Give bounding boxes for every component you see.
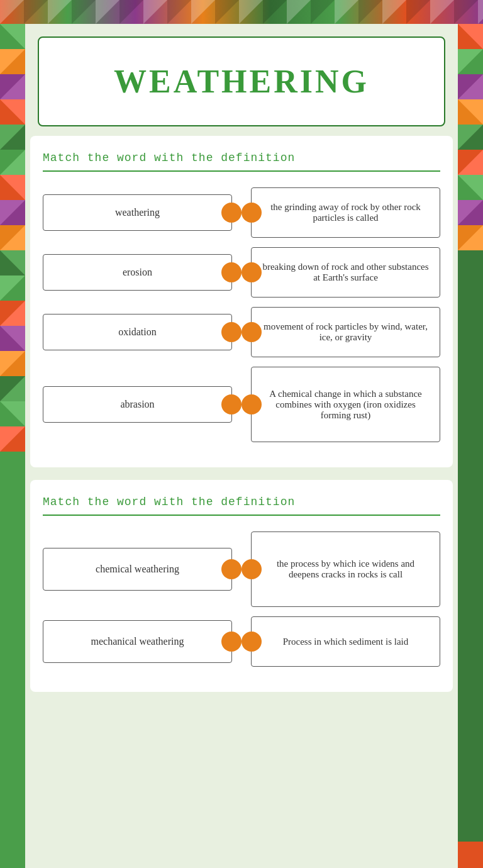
word-box-2[interactable]: erosion (43, 254, 232, 291)
match-row-4: abrasion A chemical change in which a su… (43, 367, 440, 442)
top-border (0, 0, 483, 24)
left-border-svg (0, 24, 25, 868)
word-box-4[interactable]: abrasion (43, 386, 232, 423)
match-row-3: oxidation movement of rock particles by … (43, 307, 440, 357)
title-card: WEATHERING (38, 36, 445, 126)
def-label-2: breaking down of rock and other substanc… (261, 262, 430, 283)
word-box-container-3: oxidation (43, 314, 232, 350)
svg-marker-10 (239, 0, 263, 24)
svg-marker-14 (335, 0, 358, 24)
word-box-3[interactable]: oxidation (43, 314, 232, 350)
word-label-s2-1: chemical weathering (96, 564, 179, 575)
connector-dot-left-1 (242, 203, 262, 223)
top-border-triangles (0, 0, 483, 24)
connector-dot-right-3 (221, 322, 242, 342)
svg-marker-15 (358, 0, 382, 24)
connector-dot-left-4 (242, 394, 262, 415)
connector-dot-right-s2-1 (221, 559, 242, 579)
connector-dot-left-2 (242, 262, 262, 282)
def-box-2[interactable]: breaking down of rock and other substanc… (251, 247, 440, 298)
def-label-1: the grinding away of rock by other rock … (261, 202, 430, 223)
svg-marker-16 (382, 0, 406, 24)
word-box-container-2: erosion (43, 254, 232, 291)
def-box-s2-2[interactable]: Process in which sediment is laid (251, 616, 440, 667)
svg-marker-3 (72, 0, 96, 24)
connector-dot-right-4 (221, 394, 242, 415)
word-label-1: weathering (115, 207, 160, 218)
main-content: WEATHERING Match the word with the defin… (25, 36, 458, 868)
section-2-heading: Match the word with the definition (43, 496, 440, 508)
svg-marker-9 (215, 0, 239, 24)
section-2: Match the word with the definition chemi… (30, 480, 453, 692)
word-label-s2-2: mechanical weathering (91, 636, 184, 647)
def-box-container-s2-1: the process by which ice widens and deep… (251, 531, 440, 607)
svg-marker-8 (191, 0, 215, 24)
def-box-container-3: movement of rock particles by wind, wate… (251, 307, 440, 357)
svg-marker-6 (143, 0, 167, 24)
word-label-4: abrasion (120, 399, 154, 410)
def-box-3[interactable]: movement of rock particles by wind, wate… (251, 307, 440, 357)
word-box-s2-1[interactable]: chemical weathering (43, 548, 232, 591)
svg-marker-1 (24, 0, 48, 24)
connector-dot-right-s2-2 (221, 632, 242, 652)
svg-marker-20 (478, 0, 483, 24)
svg-marker-19 (454, 0, 478, 24)
section-1-heading: Match the word with the definition (43, 152, 440, 164)
match-row-2: erosion breaking down of rock and other … (43, 247, 440, 298)
connector-dot-left-s2-1 (242, 559, 262, 579)
connector-dot-right-1 (221, 203, 242, 223)
svg-marker-13 (311, 0, 335, 24)
svg-marker-7 (167, 0, 191, 24)
left-border (0, 24, 25, 868)
connector-dot-right-2 (221, 262, 242, 282)
word-label-2: erosion (123, 267, 152, 278)
word-label-3: oxidation (118, 326, 156, 338)
def-box-container-1: the grinding away of rock by other rock … (251, 187, 440, 238)
def-box-s2-1[interactable]: the process by which ice widens and deep… (251, 531, 440, 607)
svg-marker-12 (287, 0, 311, 24)
word-box-1[interactable]: weathering (43, 194, 232, 231)
word-box-container-4: abrasion (43, 386, 232, 423)
svg-rect-56 (0, 452, 25, 868)
page-title: WEATHERING (52, 63, 431, 100)
svg-marker-11 (263, 0, 287, 24)
def-label-s2-1: the process by which ice widens and deep… (261, 559, 430, 580)
right-border-svg (458, 24, 483, 868)
match-row-s2-1: chemical weathering the process by which… (43, 531, 440, 607)
def-label-s2-2: Process in which sediment is laid (283, 637, 409, 647)
def-box-container-4: A chemical change in which a substance c… (251, 367, 440, 442)
def-box-container-s2-2: Process in which sediment is laid (251, 616, 440, 667)
svg-marker-18 (430, 0, 454, 24)
match-row-s2-2: mechanical weathering Process in which s… (43, 616, 440, 667)
svg-marker-4 (96, 0, 119, 24)
section-1: Match the word with the definition weath… (30, 136, 453, 467)
section-2-rows: chemical weathering the process by which… (43, 531, 440, 667)
word-box-container-s2-1: chemical weathering (43, 548, 232, 591)
connector-dot-left-s2-2 (242, 632, 262, 652)
word-box-container-1: weathering (43, 194, 232, 231)
def-label-3: movement of rock particles by wind, wate… (261, 321, 430, 343)
section-2-divider (43, 515, 440, 516)
connector-dot-left-3 (242, 322, 262, 342)
svg-marker-17 (406, 0, 430, 24)
svg-rect-76 (458, 250, 483, 842)
svg-marker-5 (119, 0, 143, 24)
svg-marker-0 (0, 0, 24, 24)
word-box-container-s2-2: mechanical weathering (43, 620, 232, 663)
match-row-1: weathering the grinding away of rock by … (43, 187, 440, 238)
right-border (458, 24, 483, 868)
def-box-4[interactable]: A chemical change in which a substance c… (251, 367, 440, 442)
section-1-rows: weathering the grinding away of rock by … (43, 187, 440, 442)
svg-marker-2 (48, 0, 72, 24)
def-box-container-2: breaking down of rock and other substanc… (251, 247, 440, 298)
def-label-4: A chemical change in which a substance c… (261, 389, 430, 421)
word-box-s2-2[interactable]: mechanical weathering (43, 620, 232, 663)
def-box-1[interactable]: the grinding away of rock by other rock … (251, 187, 440, 238)
section-1-divider (43, 170, 440, 172)
